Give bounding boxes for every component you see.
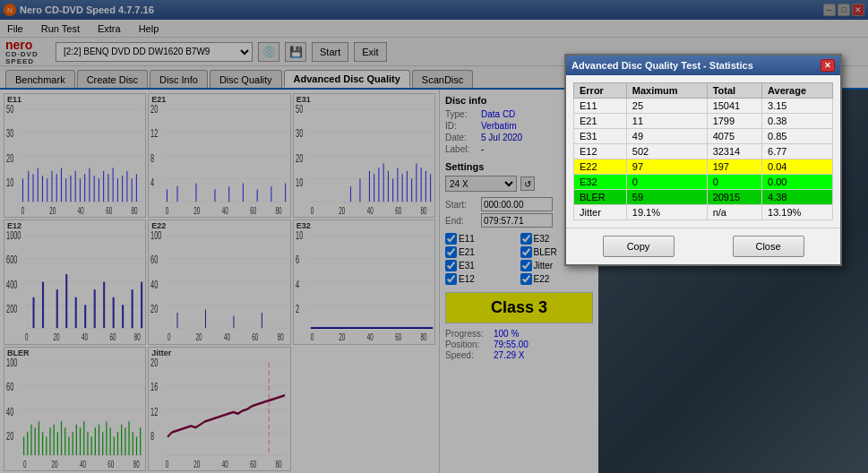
modal-x-button[interactable]: ✕ xyxy=(821,59,835,72)
cell-total: n/a xyxy=(707,205,761,220)
copy-button[interactable]: Copy xyxy=(603,236,675,257)
cell-maximum: 25 xyxy=(626,99,707,114)
table-row: E11 25 15041 3.15 xyxy=(574,99,833,114)
cell-maximum: 49 xyxy=(626,129,707,144)
table-row: Jitter 19.1% n/a 13.19% xyxy=(574,205,833,220)
cell-total: 20915 xyxy=(707,190,761,205)
modal-buttons: Copy Close xyxy=(566,228,840,264)
modal-title-bar: Advanced Disc Quality Test - Statistics … xyxy=(566,56,840,75)
cell-error: Jitter xyxy=(574,205,627,220)
stats-table: Error Maximum Total Average E11 25 15041… xyxy=(573,82,833,220)
cell-total: 0 xyxy=(707,175,761,190)
cell-error: E31 xyxy=(574,129,627,144)
cell-maximum: 0 xyxy=(626,175,707,190)
cell-total: 32314 xyxy=(707,144,761,159)
cell-total: 1799 xyxy=(707,114,761,129)
table-row: E12 502 32314 6.77 xyxy=(574,144,833,159)
cell-average: 0.38 xyxy=(762,114,833,129)
cell-error: BLER xyxy=(574,190,627,205)
col-error: Error xyxy=(574,83,627,99)
table-row: BLER 59 20915 4.38 xyxy=(574,190,833,205)
cell-average: 6.77 xyxy=(762,144,833,159)
table-row: E32 0 0 0.00 xyxy=(574,175,833,190)
cell-total: 4075 xyxy=(707,129,761,144)
cell-maximum: 11 xyxy=(626,114,707,129)
table-row: E31 49 4075 0.85 xyxy=(574,129,833,144)
table-row: E22 97 197 0.04 xyxy=(574,159,833,175)
table-row: E21 11 1799 0.38 xyxy=(574,114,833,129)
cell-average: 13.19% xyxy=(762,205,833,220)
cell-maximum: 59 xyxy=(626,190,707,205)
close-button[interactable]: Close xyxy=(733,236,804,257)
col-average: Average xyxy=(762,83,833,99)
cell-average: 3.15 xyxy=(762,99,833,114)
cell-average: 4.38 xyxy=(762,190,833,205)
modal-body: Error Maximum Total Average E11 25 15041… xyxy=(566,75,840,228)
cell-error: E12 xyxy=(574,144,627,159)
cell-maximum: 502 xyxy=(626,144,707,159)
cell-error: E22 xyxy=(574,159,627,175)
cell-error: E11 xyxy=(574,99,627,114)
cell-average: 0.00 xyxy=(762,175,833,190)
col-total: Total xyxy=(707,83,761,99)
cell-maximum: 19.1% xyxy=(626,205,707,220)
cell-error: E32 xyxy=(574,175,627,190)
cell-maximum: 97 xyxy=(626,159,707,175)
cell-error: E21 xyxy=(574,114,627,129)
cell-total: 15041 xyxy=(707,99,761,114)
cell-total: 197 xyxy=(707,159,761,175)
statistics-modal: Advanced Disc Quality Test - Statistics … xyxy=(564,54,842,266)
cell-average: 0.85 xyxy=(762,129,833,144)
modal-title: Advanced Disc Quality Test - Statistics xyxy=(572,60,753,71)
cell-average: 0.04 xyxy=(762,159,833,175)
col-maximum: Maximum xyxy=(626,83,707,99)
